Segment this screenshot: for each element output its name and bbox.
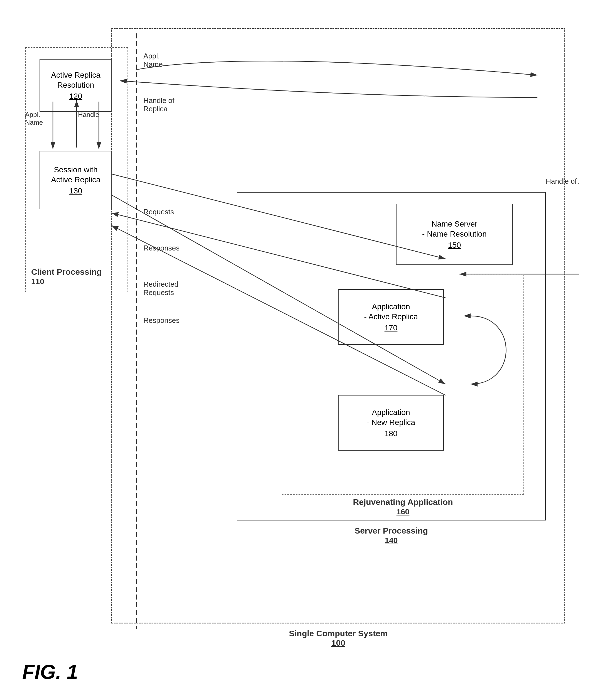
fig-label: FIG. 1 bbox=[22, 660, 78, 683]
box-app-active: Application - Active Replica 170 bbox=[338, 289, 444, 345]
box-app-new: Application - New Replica 180 bbox=[338, 395, 444, 451]
box-session: Session with Active Replica 130 bbox=[40, 151, 112, 209]
box-server-processing: Server Processing 140 Name Server - Name… bbox=[237, 192, 546, 521]
diagram-container: Single Computer System 100 Client Proces… bbox=[17, 17, 579, 668]
box-rejuvenating: Rejuvenating Application 160 Application… bbox=[282, 275, 524, 495]
server-processing-label: Server Processing 140 bbox=[355, 526, 428, 545]
box-active-resolution: Active Replica Resolution 120 bbox=[40, 59, 112, 112]
client-processing-label: Client Processing 110 bbox=[31, 267, 102, 286]
single-computer-label: Single Computer System 100 bbox=[289, 629, 388, 648]
box-name-server: Name Server - Name Resolution 150 bbox=[396, 204, 513, 265]
box-client-processing: Client Processing 110 Active Replica Res… bbox=[25, 47, 128, 292]
rejuvenating-label: Rejuvenating Application 160 bbox=[353, 497, 453, 516]
